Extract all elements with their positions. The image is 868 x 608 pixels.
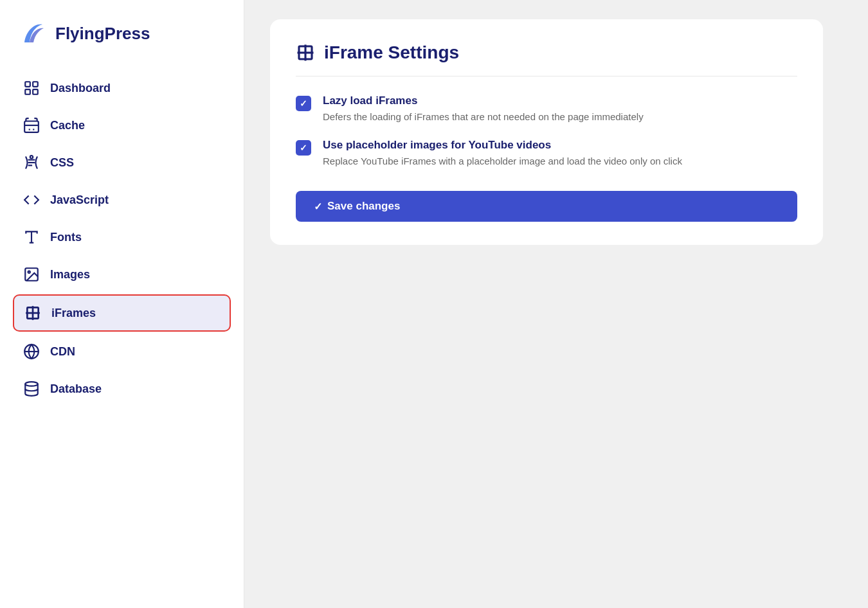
setting-text-placeholder: Use placeholder images for YouTube video…	[323, 139, 682, 168]
sidebar-item-cache-label: Cache	[50, 119, 85, 132]
svg-rect-3	[33, 89, 38, 94]
javascript-icon	[23, 192, 40, 208]
setting-text-lazy-load: Lazy load iFrames Defers the loading of …	[323, 94, 644, 123]
sidebar-item-images-label: Images	[50, 268, 90, 282]
sidebar-item-database-label: Database	[50, 382, 102, 396]
sidebar-item-javascript-label: JavaScript	[50, 193, 109, 207]
setting-title-lazy-load: Lazy load iFrames	[323, 94, 644, 107]
sidebar-item-images[interactable]: Images	[13, 257, 231, 292]
iframes-icon	[24, 305, 41, 321]
setting-row-lazy-load: ✓ Lazy load iFrames Defers the loading o…	[296, 94, 797, 123]
setting-desc-placeholder: Replace YouTube iFrames with a placehold…	[323, 154, 682, 168]
brand-name: FlyingPress	[55, 24, 150, 44]
cdn-icon	[23, 343, 40, 360]
sidebar-item-fonts-label: Fonts	[50, 231, 82, 244]
sidebar-item-cache[interactable]: Cache	[13, 108, 231, 143]
save-button[interactable]: ✓ Save changes	[296, 191, 797, 222]
page-title-row: iFrame Settings	[296, 42, 797, 76]
setting-row-placeholder: ✓ Use placeholder images for YouTube vid…	[296, 139, 797, 168]
save-button-icon: ✓	[314, 201, 322, 213]
sidebar-item-dashboard-label: Dashboard	[50, 82, 111, 95]
svg-rect-1	[33, 82, 38, 87]
sidebar-item-javascript[interactable]: JavaScript	[13, 183, 231, 217]
database-icon	[23, 380, 40, 397]
svg-point-7	[28, 271, 30, 273]
logo-icon	[19, 19, 48, 48]
save-button-label: Save changes	[327, 200, 400, 213]
checkbox-check-icon: ✓	[300, 98, 307, 109]
page-title: iFrame Settings	[324, 42, 459, 63]
sidebar-item-css-label: CSS	[50, 156, 74, 170]
svg-rect-0	[25, 82, 30, 87]
svg-point-13	[25, 382, 38, 386]
cache-icon	[23, 117, 40, 134]
svg-rect-4	[24, 121, 39, 132]
content-card: iFrame Settings ✓ Lazy load iFrames Defe…	[270, 19, 823, 245]
svg-rect-2	[25, 89, 30, 94]
checkbox-wrapper-lazy-load: ✓	[296, 96, 311, 111]
sidebar-item-fonts[interactable]: Fonts	[13, 220, 231, 255]
settings-section: ✓ Lazy load iFrames Defers the loading o…	[296, 94, 797, 222]
sidebar-item-cdn[interactable]: CDN	[13, 334, 231, 369]
setting-desc-lazy-load: Defers the loading of iFrames that are n…	[323, 110, 644, 123]
sidebar-item-cdn-label: CDN	[50, 345, 75, 359]
checkbox-lazy-load[interactable]: ✓	[296, 96, 311, 111]
sidebar-item-css[interactable]: CSS	[13, 145, 231, 180]
main-content: iFrame Settings ✓ Lazy load iFrames Defe…	[244, 0, 868, 608]
sidebar-item-dashboard[interactable]: Dashboard	[13, 71, 231, 105]
fonts-icon	[23, 229, 40, 246]
logo-area: FlyingPress	[13, 19, 231, 48]
images-icon	[23, 266, 40, 283]
checkbox-wrapper-placeholder: ✓	[296, 140, 311, 156]
checkbox-placeholder[interactable]: ✓	[296, 140, 311, 156]
sidebar-item-database[interactable]: Database	[13, 371, 231, 406]
sidebar-item-iframes[interactable]: iFrames	[13, 294, 231, 332]
page-title-icon	[296, 43, 315, 62]
sidebar: FlyingPress Dashboard Cache	[0, 0, 244, 608]
css-icon	[23, 154, 40, 171]
dashboard-icon	[23, 80, 40, 96]
setting-title-placeholder: Use placeholder images for YouTube video…	[323, 139, 682, 152]
sidebar-item-iframes-label: iFrames	[51, 307, 96, 320]
checkbox-check-icon-2: ✓	[300, 143, 307, 153]
